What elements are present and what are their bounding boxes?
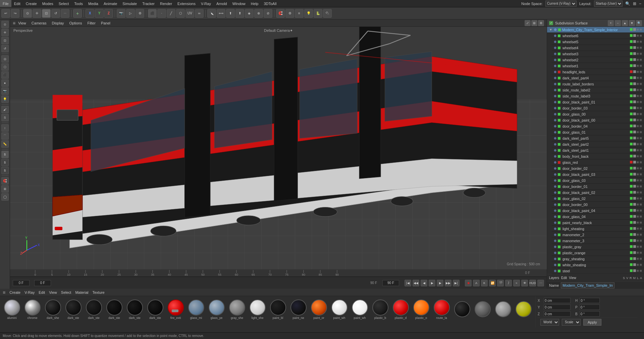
timeline-ruler[interactable]: |0 |5 |10 |15 |20 |25 |30 |35 |40 |45 |5…: [10, 269, 547, 277]
mat-light-she[interactable]: light_she: [248, 299, 267, 320]
play-btn[interactable]: ▶: [429, 280, 435, 286]
tool-rotate[interactable]: ↺: [1, 45, 9, 52]
mat-paint-or[interactable]: paint_or: [310, 299, 328, 320]
scale-select[interactable]: Scale: [562, 319, 581, 326]
mat-paint-ne[interactable]: paint_ne: [289, 299, 308, 320]
mat-alumini[interactable]: alumini: [3, 299, 21, 320]
h-input[interactable]: [580, 298, 600, 303]
weld-btn[interactable]: ⊕: [254, 9, 263, 18]
mat-plastic-d[interactable]: plastic_d: [391, 299, 410, 320]
mat-glass-ye[interactable]: glass_ye: [207, 299, 226, 320]
points-mode-btn[interactable]: ·: [157, 9, 166, 18]
tool-dollar2[interactable]: $: [1, 159, 9, 166]
menu-arnold[interactable]: Arnold: [214, 0, 230, 7]
b-input[interactable]: [580, 311, 600, 317]
vp-display-menu[interactable]: Display: [49, 19, 66, 26]
transform-extra[interactable]: ⋯: [61, 9, 69, 18]
obj-plastic-gray[interactable]: ⊕ plastic_gray ⊞ ⊞: [552, 244, 644, 250]
obj-door-black-paint-02[interactable]: ⊕ door_black_paint_02 ⊞ ⊞: [552, 190, 644, 196]
scale-btn[interactable]: ⊡: [42, 9, 51, 18]
obj-route-label-borders[interactable]: ⊕ route_label_borders ⊞ ⊞: [552, 81, 644, 87]
subdivision-checkbox[interactable]: ✓: [549, 21, 553, 25]
mat-edit[interactable]: Edit: [39, 290, 45, 294]
obj-door-border-04[interactable]: ⊕ door_border_04 ⊞ ⊞: [552, 123, 644, 129]
edit-tab[interactable]: Edit: [561, 276, 567, 280]
search-icon[interactable]: 🔍: [625, 1, 630, 6]
prev-frame-btn[interactable]: ◀: [421, 280, 427, 286]
extrude-btn[interactable]: ⬆: [226, 9, 235, 18]
vp-layout-btn[interactable]: ⊞: [531, 20, 537, 26]
z-input[interactable]: [544, 311, 571, 317]
tool-dollar3[interactable]: $: [1, 167, 9, 174]
bridge-btn[interactable]: ⟺: [217, 9, 225, 18]
obj-wheelset5[interactable]: ⊕ wheelset5 ⊞ ⊞: [552, 39, 644, 45]
object-name-input[interactable]: [561, 282, 614, 288]
obj-door-glass-04[interactable]: ⊕ door_glass_04 ⊞ ⊞: [552, 214, 644, 220]
vp-panel-menu[interactable]: Panel: [98, 19, 113, 26]
obj-add-btn[interactable]: +: [608, 20, 614, 26]
tool-spline[interactable]: ⌒: [1, 132, 9, 140]
obj-door-black-paint-04[interactable]: ⊕ door_black_paint_04 ⊞ ⊞: [552, 208, 644, 214]
mat-chrome[interactable]: chrome: [23, 299, 42, 320]
layers-tab[interactable]: Layers: [549, 276, 559, 280]
menu-3dtoall[interactable]: 3DToAll: [261, 0, 279, 7]
tool-magnet[interactable]: 🧲: [1, 177, 9, 185]
menu-select[interactable]: Select: [56, 0, 72, 7]
vp-settings-btn[interactable]: ⚙: [538, 20, 544, 26]
tool-sculpt[interactable]: S: [1, 114, 9, 121]
max-frame-input[interactable]: [382, 280, 399, 286]
view-tab[interactable]: View: [569, 276, 576, 280]
maximize-vp-btn[interactable]: ⤢: [525, 20, 531, 26]
mat-vray[interactable]: V-Ray: [24, 290, 35, 294]
y-input[interactable]: [544, 304, 571, 310]
undo-btn[interactable]: ↩: [1, 9, 10, 18]
live-select-btn[interactable]: ⊙: [23, 9, 32, 18]
menu-animate[interactable]: Animate: [101, 0, 120, 7]
mat-dark-ste3[interactable]: dark_ste: [105, 299, 123, 320]
obj-manometer-2[interactable]: ⊕ manometer_2 ⊞ ⊞: [552, 232, 644, 238]
mat-extra1[interactable]: [453, 301, 471, 318]
obj-steel[interactable]: ⊕ steel ⊞ ⊞: [552, 268, 644, 274]
loop-sel-btn[interactable]: ∞: [195, 9, 204, 18]
record-btn[interactable]: ⏺: [465, 280, 472, 286]
mat-glass-mi[interactable]: glass_mi: [187, 299, 205, 320]
motion-blur-btn[interactable]: ≈: [513, 280, 520, 286]
redo-btn[interactable]: ↪: [11, 9, 19, 18]
obj-door-black-paint-00[interactable]: ⊕ door_black_paint_00 ⊞ ⊞: [552, 117, 644, 123]
obj-light-sheating[interactable]: ⊕ light_sheating ⊞ ⊞: [552, 226, 644, 232]
menu-extensions[interactable]: Extensions: [175, 0, 198, 7]
preview-btn[interactable]: 👁: [521, 280, 528, 286]
python-btn[interactable]: 🐍: [314, 9, 322, 18]
obj-paint-nearly-black[interactable]: ⊕ paint_nearly_black ⊞ ⊞: [552, 220, 644, 226]
obj-door-glass-00[interactable]: ⊕ door_glass_00 ⊞ ⊞: [552, 111, 644, 117]
menu-help[interactable]: Help: [248, 0, 261, 7]
obj-door-black-paint-03[interactable]: ⊕ door_black_paint_03 ⊞ ⊞: [552, 172, 644, 178]
mat-paint-bl[interactable]: paint_bl: [269, 299, 287, 320]
obj-door-border-03[interactable]: ⊕ door_border_03 ⊞ ⊞: [552, 105, 644, 111]
vp-view-menu[interactable]: View: [15, 19, 29, 26]
z-axis-btn[interactable]: Z: [104, 9, 113, 18]
render-region-btn[interactable]: ▷: [126, 9, 135, 18]
world-select[interactable]: World: [540, 319, 559, 326]
next-key-btn[interactable]: ▶▶: [445, 280, 451, 286]
viewport-canvas[interactable]: Perspective Default Camera✦: [10, 27, 547, 269]
obj-up-btn[interactable]: ▲: [622, 20, 628, 26]
auto-key-btn[interactable]: A: [473, 280, 480, 286]
obj-door-glass-01[interactable]: ⊕ door_glass_01 ⊞ ⊞: [552, 129, 644, 135]
tool-measure[interactable]: 📏: [1, 140, 9, 148]
snap-btn[interactable]: 🧲: [276, 9, 285, 18]
lights-btn[interactable]: 💡: [304, 9, 313, 18]
layout-select[interactable]: Startup (User): [594, 1, 623, 7]
layout-icon[interactable]: ⊞: [633, 1, 636, 6]
mat-paint-wh2[interactable]: paint_wh: [351, 299, 369, 320]
vp-options-menu[interactable]: Options: [67, 19, 85, 26]
menu-file[interactable]: File: [0, 0, 11, 7]
node-space-select[interactable]: Current (V-Ray): [545, 1, 577, 7]
mat-extra2[interactable]: [473, 301, 492, 318]
menu-simulate[interactable]: Simulate: [120, 0, 140, 7]
obj-delete-btn[interactable]: −: [615, 20, 621, 26]
motion-path-btn[interactable]: ⤴: [505, 280, 512, 286]
next-frame-btn[interactable]: ▶: [437, 280, 443, 286]
go-to-start-btn[interactable]: |◀: [405, 280, 411, 286]
obj-side-route-label3[interactable]: ⊕ side_route_label3 ⊞ ⊞: [552, 93, 644, 99]
